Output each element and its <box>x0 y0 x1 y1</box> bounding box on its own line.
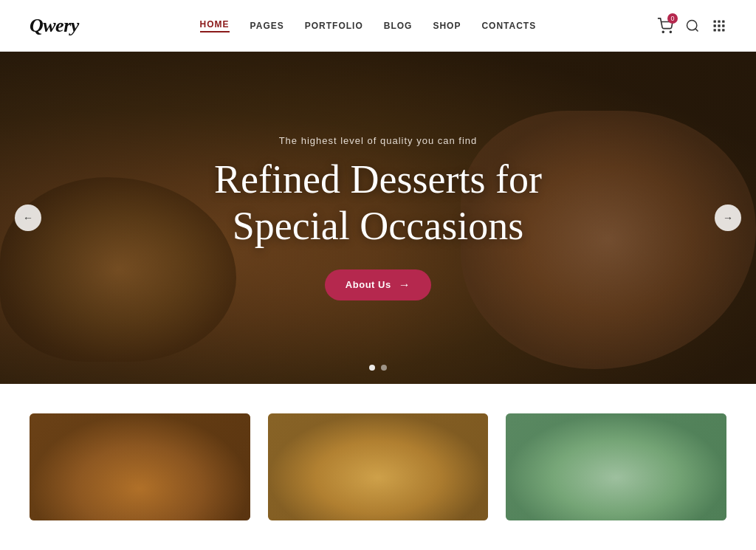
arrow-right-icon: → <box>399 278 411 292</box>
search-button[interactable] <box>685 18 700 33</box>
card-croissant[interactable] <box>268 413 489 520</box>
cart-button[interactable]: 0 <box>657 18 673 34</box>
hero-cta-button[interactable]: About Us → <box>325 269 431 300</box>
svg-rect-5 <box>722 20 724 22</box>
cart-badge: 0 <box>667 13 678 24</box>
svg-point-2 <box>687 20 696 30</box>
right-arrow-icon: → <box>723 212 733 224</box>
svg-rect-3 <box>713 20 715 22</box>
hero-title: Refined Desserts for Special Occasions <box>164 157 592 248</box>
grid-menu-button[interactable] <box>712 18 726 33</box>
svg-rect-4 <box>718 20 720 22</box>
nav-item-portfolio[interactable]: PORTFOLIO <box>305 21 363 31</box>
nav-item-home[interactable]: HOME <box>200 19 230 32</box>
featured-cards-section <box>0 384 756 520</box>
left-arrow-icon: ← <box>23 212 33 224</box>
nav-item-contacts[interactable]: CONTACTS <box>481 21 536 31</box>
card-macarons[interactable] <box>506 413 726 520</box>
nav-item-blog[interactable]: BLOG <box>384 21 413 31</box>
hero-section: ← The highest level of quality you can f… <box>0 52 756 384</box>
header-icons: 0 <box>657 18 726 34</box>
nav-item-shop[interactable]: SHOP <box>433 21 461 31</box>
site-header: Qwery HOME PAGES PORTFOLIO BLOG SHOP CON… <box>0 0 756 52</box>
hero-dots <box>369 365 387 371</box>
site-logo[interactable]: Qwery <box>30 15 79 37</box>
hero-dot-2[interactable] <box>381 365 387 371</box>
main-nav: HOME PAGES PORTFOLIO BLOG SHOP CONTACTS <box>200 19 537 32</box>
hero-prev-button[interactable]: ← <box>15 204 41 231</box>
svg-point-1 <box>670 31 671 32</box>
svg-point-0 <box>662 31 664 32</box>
svg-rect-8 <box>722 24 724 27</box>
svg-rect-6 <box>713 24 715 27</box>
svg-rect-11 <box>722 29 724 31</box>
hero-next-button[interactable]: → <box>715 204 741 231</box>
hero-content: The highest level of quality you can fin… <box>0 52 756 384</box>
hero-dot-1[interactable] <box>369 365 375 371</box>
svg-rect-7 <box>718 24 720 27</box>
card-bread[interactable] <box>30 413 250 520</box>
hero-subtitle: The highest level of quality you can fin… <box>279 135 478 146</box>
nav-item-pages[interactable]: PAGES <box>250 21 284 31</box>
svg-rect-9 <box>713 29 715 31</box>
hero-cta-label: About Us <box>346 279 391 290</box>
svg-rect-10 <box>718 29 720 31</box>
